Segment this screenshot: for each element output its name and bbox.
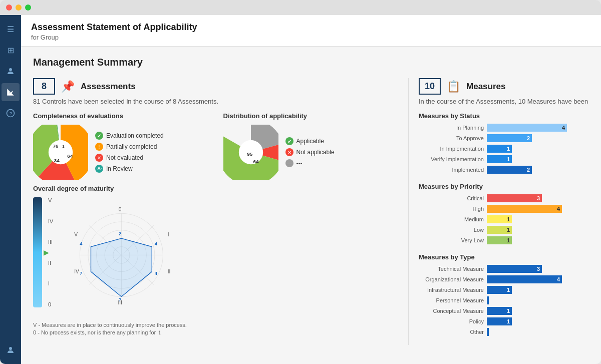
measures-by-status: Measures by Status In Planning 4 bbox=[419, 112, 589, 174]
not-evaluated-label: Not evaluated bbox=[106, 154, 143, 161]
page-subtitle: for Group bbox=[31, 34, 591, 41]
assessments-label: Assessments bbox=[81, 82, 136, 92]
legend-dash: — --- bbox=[285, 159, 335, 167]
assessments-stat-row: 8 📌 Assessments bbox=[33, 78, 398, 95]
bar-label-personnel: Personnel Measure bbox=[419, 297, 484, 303]
legend-applicable: ✔ Applicable bbox=[285, 137, 335, 145]
measures-label: Measures bbox=[466, 82, 505, 92]
main-content: Assessment Statement of Applicability fo… bbox=[21, 15, 601, 364]
applicability-pie: 95 16 64 bbox=[223, 125, 278, 180]
bar-fill-personnel bbox=[487, 296, 489, 304]
svg-point-3 bbox=[9, 347, 12, 350]
not-evaluated-icon: ✕ bbox=[95, 154, 103, 162]
svg-text:34: 34 bbox=[54, 158, 60, 163]
bar-value-technical: 3 bbox=[537, 266, 540, 272]
bar-row-in-implementation: In Implementation 1 bbox=[419, 145, 589, 153]
bar-label-organizational: Organizational Measure bbox=[419, 276, 484, 282]
bar-fill-implemented: 2 bbox=[487, 166, 532, 174]
measures-description: In the course of the Assessments, 10 Mea… bbox=[419, 98, 589, 105]
measures-icon: 📋 bbox=[447, 80, 460, 93]
bar-label-critical: Critical bbox=[419, 195, 484, 201]
maturity-y-axis: ▶ bbox=[33, 197, 42, 307]
completed-icon: ✔ bbox=[95, 132, 103, 140]
bar-row-other: Other bbox=[419, 328, 589, 336]
applicability-legend: ✔ Applicable ✕ Not applicable bbox=[285, 137, 335, 167]
bar-fill-infrastructural: 1 bbox=[487, 286, 512, 294]
bar-track-policy: 1 bbox=[487, 317, 589, 325]
svg-text:4: 4 bbox=[155, 241, 158, 246]
legend-not-evaluated: ✕ Not evaluated bbox=[95, 154, 164, 162]
y-label-iii: III bbox=[48, 239, 53, 245]
bar-label-conceptual: Conceptual Measure bbox=[419, 308, 484, 314]
svg-text:95: 95 bbox=[247, 151, 253, 157]
chart-icon[interactable] bbox=[2, 83, 20, 101]
bar-track-infrastructural: 1 bbox=[487, 286, 589, 294]
type-chart-title: Measures by Type bbox=[419, 253, 589, 261]
bar-fill-technical: 3 bbox=[487, 265, 542, 273]
measures-count: 10 bbox=[419, 78, 441, 95]
completed-label: Evaluation completed bbox=[106, 132, 164, 139]
priority-chart-title: Measures by Priority bbox=[419, 183, 589, 190]
titlebar bbox=[0, 0, 601, 15]
bar-track-very-low: 1 bbox=[487, 236, 589, 244]
legend-in-review: 👁 In Review bbox=[95, 165, 164, 173]
user-icon[interactable] bbox=[2, 341, 20, 359]
assessments-icon: 📌 bbox=[61, 80, 75, 93]
legend-evaluation-completed: ✔ Evaluation completed bbox=[95, 132, 164, 140]
bar-fill-policy: 1 bbox=[487, 317, 512, 325]
bar-track-organizational: 4 bbox=[487, 275, 589, 283]
close-button[interactable] bbox=[6, 5, 12, 11]
svg-point-8 bbox=[49, 140, 73, 164]
completeness-legend: ✔ Evaluation completed ! Partially compl… bbox=[95, 132, 164, 173]
bar-track-implemented: 2 bbox=[487, 166, 589, 174]
svg-text:II: II bbox=[168, 269, 171, 274]
svg-text:IV: IV bbox=[75, 269, 80, 274]
bar-label-medium: Medium bbox=[419, 216, 484, 222]
bar-row-organizational: Organizational Measure 4 bbox=[419, 275, 589, 283]
maturity-title: Overall degree of maturity bbox=[33, 185, 398, 192]
bar-row-technical: Technical Measure 3 bbox=[419, 265, 589, 273]
help-icon[interactable]: ? bbox=[2, 104, 20, 122]
maturity-note-line1: V - Measures are in place to continuousl… bbox=[33, 321, 398, 329]
bar-track-in-implementation: 1 bbox=[487, 145, 589, 153]
menu-icon[interactable]: ☰ bbox=[2, 20, 20, 38]
bar-fill-medium: 1 bbox=[487, 215, 512, 223]
bar-value-implemented: 2 bbox=[527, 167, 530, 173]
bar-value-in-implementation: 1 bbox=[507, 146, 510, 152]
svg-text:V: V bbox=[75, 232, 78, 237]
bar-label-other: Other bbox=[419, 329, 484, 335]
person-icon[interactable] bbox=[2, 62, 20, 80]
bar-row-verify-implementation: Verify Implementation 1 bbox=[419, 155, 589, 163]
dash-label: --- bbox=[296, 160, 303, 167]
svg-text:16: 16 bbox=[243, 142, 249, 148]
measures-stat-row: 10 📋 Measures bbox=[419, 78, 589, 95]
applicability-title: Distribution of applicability bbox=[223, 112, 399, 120]
right-column: 10 📋 Measures In the course of the Asses… bbox=[419, 78, 589, 345]
completeness-pie-container: 76 64 34 1 ✔ Evaluation completed bbox=[33, 125, 208, 180]
bar-value-infrastructural: 1 bbox=[507, 287, 510, 293]
bar-value-in-planning: 4 bbox=[562, 125, 565, 131]
bar-row-very-low: Very Low 1 bbox=[419, 236, 589, 244]
applicability-chart: Distribution of applicability bbox=[223, 112, 399, 180]
bar-fill-conceptual: 1 bbox=[487, 307, 512, 315]
bar-label-to-approve: To Approve bbox=[419, 135, 484, 141]
svg-text:0: 0 bbox=[119, 207, 122, 212]
maturity-gradient-bar: ▶ bbox=[33, 197, 42, 307]
bar-label-policy: Policy bbox=[419, 318, 484, 324]
svg-text:1: 1 bbox=[62, 144, 65, 149]
grid-icon[interactable]: ⊞ bbox=[2, 41, 20, 59]
left-column: 8 📌 Assessments 81 Controls have been se… bbox=[33, 78, 398, 345]
measures-by-priority: Measures by Priority Critical 3 bbox=[419, 183, 589, 244]
minimize-button[interactable] bbox=[16, 5, 22, 11]
charts-row: Completeness of evaluations bbox=[33, 112, 398, 180]
bar-label-infrastructural: Infrastructural Measure bbox=[419, 287, 484, 293]
legend-not-applicable: ✕ Not applicable bbox=[285, 148, 335, 156]
bar-track-high: 4 bbox=[487, 205, 589, 213]
radar-chart-container: 0 I II III IV V 2 4 bbox=[61, 197, 186, 319]
not-applicable-icon: ✕ bbox=[285, 148, 293, 156]
maximize-button[interactable] bbox=[25, 5, 31, 11]
bar-label-technical: Technical Measure bbox=[419, 266, 484, 272]
bar-value-critical: 3 bbox=[537, 195, 540, 201]
dash-icon: — bbox=[285, 159, 293, 167]
bar-row-to-approve: To Approve 2 bbox=[419, 134, 589, 142]
